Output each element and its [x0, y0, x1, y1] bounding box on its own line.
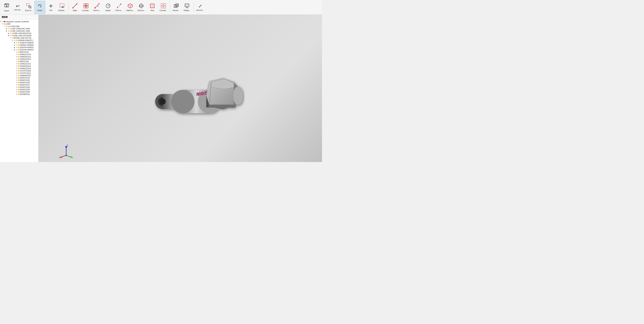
tree-arrow[interactable]: ▶ — [14, 49, 16, 50]
tree-arrow[interactable]: ▶ — [14, 42, 16, 43]
tree-arrow[interactable]: ▼ — [4, 25, 6, 27]
tree-item[interactable]: ▶👁1536794 ASM(31 — [0, 46, 38, 48]
tree-item[interactable]: 👁292687(329) — [0, 88, 38, 91]
eye-icon[interactable]: 👁 — [16, 86, 18, 88]
eye-icon[interactable]: 👁 — [16, 63, 18, 65]
eye-icon[interactable]: 👁 — [16, 61, 18, 62]
eye-icon[interactable]: 👁 — [16, 93, 18, 95]
tree-item[interactable]: ▶👁K005 1400 HST(K005 — [0, 34, 38, 37]
export-button[interactable]: Export — [1, 1, 12, 14]
tree-item[interactable]: ▼👁a L005 ASM — [0, 25, 38, 27]
eye-icon[interactable]: 👁 — [16, 49, 18, 51]
tree-item[interactable]: ▶👁L005 1400(L005 1400) — [0, 30, 38, 32]
eye-icon[interactable]: 👁 — [8, 30, 10, 32]
tree-item[interactable]: 👁1394622(315) — [0, 58, 38, 60]
dot-icon — [18, 56, 19, 57]
edge-button[interactable]: Edge — [70, 1, 80, 14]
tree-item[interactable]: 👁292687(326) — [0, 81, 38, 84]
tree-item[interactable]: ▶👁1536794 ASM(31 — [0, 48, 38, 51]
eye-icon[interactable]: 👁 — [16, 51, 18, 53]
tree-item[interactable]: 👁1394621(313) — [0, 53, 38, 55]
point-to1-button[interactable]: Point to ... — [92, 1, 102, 14]
display-button[interactable]: Display ... — [182, 1, 193, 14]
zoom-reset-button[interactable]: Zoom re... — [24, 1, 34, 14]
eye-icon[interactable]: 👁 — [16, 65, 18, 67]
eye-icon[interactable]: 👁 — [16, 70, 18, 72]
eye-icon[interactable]: 👁 — [16, 84, 18, 86]
tree-item[interactable]: ▼👁integration sample models\fo — [0, 20, 38, 23]
tree-item[interactable]: 👁292687(324) — [0, 77, 38, 79]
svg-point-61 — [233, 86, 243, 105]
eye-icon[interactable]: 👁 — [10, 32, 12, 34]
tree-item[interactable]: ▶👁1499910 ASM(29 — [0, 44, 38, 46]
normal-button[interactable]: 3D 2D Normal ... — [171, 1, 182, 14]
eye-icon[interactable]: 👁 — [16, 53, 18, 55]
dot-icon — [18, 44, 19, 46]
tree-item[interactable]: 👁1479757(321) — [0, 72, 38, 74]
tree-arrow[interactable]: ▶ — [14, 46, 16, 48]
tree-item[interactable]: 👁292687(330) — [0, 91, 38, 93]
selection-button[interactable]: Selectio... — [57, 1, 67, 14]
dot-icon — [18, 82, 19, 83]
eye-icon[interactable]: 👁 — [8, 28, 10, 30]
tree-item[interactable]: 👁292588(331) — [0, 93, 38, 95]
tree-arrow[interactable]: ▼ — [10, 37, 12, 39]
tree-item[interactable]: 👁292687(328) — [0, 86, 38, 88]
radius-button[interactable]: Radius — [103, 1, 114, 14]
rotate-button[interactable]: Rotate — [34, 1, 45, 14]
tree-arrow[interactable]: ▼ — [12, 39, 14, 41]
tree-item[interactable]: ▼a l005 — [0, 23, 38, 25]
tree-arrow[interactable]: ▶ — [8, 32, 10, 34]
tree-item[interactable]: 👁1394620(314) — [0, 55, 38, 58]
eye-icon[interactable]: 👁 — [12, 37, 14, 39]
tree-item[interactable]: 👁1394620(318) — [0, 65, 38, 67]
eye-icon[interactable]: 👁 — [14, 39, 16, 41]
tree-item[interactable]: ▼👁1394690 ASM(376 — [0, 39, 38, 41]
tree-item[interactable]: ▶👁K005 1400 MOUNT(K — [0, 32, 38, 34]
tree-item[interactable]: ▶👁L005 1300(L005 1300) — [0, 27, 38, 30]
exit-full-button[interactable]: ⤢ Exit Full ... — [195, 1, 206, 14]
tree-item[interactable]: 👁292687(325) — [0, 79, 38, 81]
solids-to-button[interactable]: Solids to... — [125, 1, 136, 14]
eye-icon[interactable]: 👁 — [10, 35, 12, 37]
tree-item[interactable]: 👁292687(327) — [0, 84, 38, 86]
cumulate1-button[interactable]: Cumulat... — [80, 1, 91, 14]
eye-icon[interactable]: 👁 — [16, 77, 18, 79]
eye-icon[interactable]: 👁 — [6, 25, 8, 27]
cumulate2-button[interactable]: Cumulat... — [158, 1, 169, 14]
tree-arrow[interactable]: ▶ — [14, 44, 16, 46]
circle-ax-button[interactable]: Circle ax... — [136, 1, 146, 14]
tree-item[interactable]: 👁1388836(322) — [0, 74, 38, 77]
viewport[interactable]: VOSS — [38, 15, 322, 162]
tree-arrow[interactable]: ▶ — [8, 35, 10, 36]
tree-arrow[interactable]: ▼ — [2, 23, 4, 25]
tree-item[interactable]: 👁1479757(320) — [0, 70, 38, 72]
eye-icon[interactable]: 👁 — [16, 42, 18, 44]
tree-arrow[interactable]: ▶ — [6, 28, 8, 29]
eye-icon[interactable]: 👁 — [2, 21, 4, 22]
eye-icon[interactable]: 👁 — [16, 89, 18, 90]
tree-item[interactable]: 👁1394621(317) — [0, 63, 38, 65]
eye-icon[interactable]: 👁 — [16, 82, 18, 83]
tree-item[interactable]: 👁1394622(319) — [0, 67, 38, 70]
eye-icon[interactable]: 👁 — [16, 44, 18, 46]
eye-icon[interactable]: 👁 — [16, 68, 18, 69]
dot-icon — [18, 79, 19, 81]
tree-item[interactable]: ▶👁1529670 ASM(2€ — [0, 41, 38, 44]
pan-button[interactable]: ✛ Pan — [46, 1, 56, 14]
tree-arrow[interactable]: ▼ — [0, 21, 2, 22]
area-button[interactable]: Area — [147, 1, 158, 14]
eye-icon[interactable]: 👁 — [16, 46, 18, 48]
eye-icon[interactable]: 👁 — [16, 75, 18, 76]
last-action-button[interactable]: ↩ Last acti... — [12, 1, 23, 14]
eye-icon[interactable]: 👁 — [16, 56, 18, 58]
eye-icon[interactable]: 👁 — [16, 58, 18, 60]
eye-icon[interactable]: 👁 — [16, 91, 18, 93]
tree-item[interactable]: ▼👁K005 1400 HST AS — [0, 37, 38, 39]
eye-icon[interactable]: 👁 — [16, 72, 18, 74]
tree-item[interactable]: 👁30097(316) — [0, 60, 38, 63]
tree-arrow[interactable]: ▶ — [6, 30, 8, 32]
tree-item[interactable]: 👁30097(312) — [0, 51, 38, 53]
point-to2-button[interactable]: Point to ... — [114, 1, 124, 14]
eye-icon[interactable]: 👁 — [16, 79, 18, 81]
